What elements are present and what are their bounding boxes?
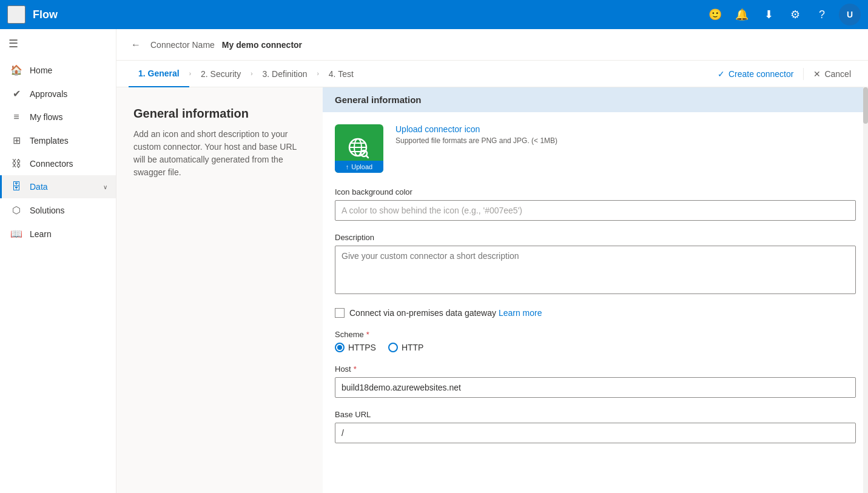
gateway-checkbox-label: Connect via on-premises data gateway Lea…	[349, 308, 542, 318]
btn-separator	[803, 68, 804, 80]
cancel-button[interactable]: ✕ Cancel	[809, 67, 856, 81]
hamburger-icon: ☰	[8, 37, 18, 50]
sidebar-item-templates[interactable]: ⊞ Templates	[0, 129, 116, 152]
tab-security[interactable]: 2. Security	[191, 61, 251, 87]
scheme-http-label: HTTP	[402, 343, 424, 352]
cancel-x-icon: ✕	[813, 69, 821, 79]
host-input[interactable]	[335, 377, 856, 398]
tab-definition-label: 3. Definition	[263, 69, 308, 79]
tab-security-label: 2. Security	[201, 69, 241, 79]
templates-icon: ⊞	[10, 135, 22, 146]
sidebar-label-learn: Learn	[30, 229, 52, 239]
sidebar-label-data: Data	[30, 182, 48, 192]
upload-arrow-icon: ↑	[346, 163, 349, 170]
tab-test[interactable]: 4. Test	[319, 61, 363, 87]
sidebar-label-approvals: Approvals	[30, 89, 67, 99]
data-icon: 🗄	[10, 181, 22, 192]
topbar-left: Flow	[7, 5, 58, 24]
connector-header: ← Connector Name My demo connector	[116, 29, 868, 61]
sidebar-label-solutions: Solutions	[30, 206, 65, 215]
back-icon: ←	[131, 39, 141, 50]
scheme-http-option[interactable]: HTTP	[388, 343, 424, 352]
tab-general[interactable]: 1. General	[129, 61, 189, 87]
bell-icon[interactable]: 🔔	[730, 2, 754, 27]
scheme-required-star: *	[366, 330, 369, 339]
tab-definition[interactable]: 3. Definition	[253, 61, 317, 87]
connector-name-value: My demo connector	[222, 40, 302, 50]
topbar-icons: 🙂 🔔 ⬇ ⚙ ? U	[703, 2, 861, 27]
sidebar-item-solutions[interactable]: ⬡ Solutions	[0, 198, 116, 222]
general-info-header: General information	[323, 87, 868, 112]
description-textarea[interactable]	[335, 246, 856, 294]
sidebar-item-data[interactable]: 🗄 Data ∨	[0, 175, 116, 198]
main-content: General information Add an icon and shor…	[116, 87, 868, 493]
back-button[interactable]: ←	[129, 37, 143, 53]
base-url-group: Base URL	[335, 410, 856, 443]
left-panel: General information Add an icon and shor…	[116, 87, 323, 493]
sidebar-collapse-button[interactable]: ☰	[0, 29, 116, 58]
base-url-input[interactable]	[335, 423, 856, 443]
upload-button[interactable]: ↑ Upload	[335, 161, 383, 173]
connectors-icon: ⛓	[10, 158, 22, 169]
scheme-https-option[interactable]: HTTPS	[335, 343, 376, 352]
sidebar-label-my-flows: My flows	[30, 112, 62, 122]
scheme-https-radio[interactable]	[335, 343, 345, 352]
topbar: Flow 🙂 🔔 ⬇ ⚙ ? U	[0, 0, 868, 29]
app-title: Flow	[33, 8, 58, 21]
scheme-options: HTTPS HTTP	[335, 343, 856, 352]
icon-background-color-label: Icon background color	[335, 187, 856, 196]
panel-description: Add an icon and short description to you…	[133, 128, 306, 179]
host-required-star: *	[354, 364, 357, 374]
create-connector-button[interactable]: ✓ Create connector	[713, 67, 798, 81]
scrollbar[interactable]	[863, 87, 868, 493]
flows-icon: ≡	[10, 112, 22, 122]
upload-connector-icon-link[interactable]: Upload connector icon	[395, 124, 557, 134]
host-group: Host *	[335, 364, 856, 398]
sidebar-item-home[interactable]: 🏠 Home	[0, 58, 116, 82]
panel-title: General information	[133, 107, 306, 121]
icon-background-color-input[interactable]	[335, 200, 856, 221]
checkmark-icon: ✓	[718, 69, 725, 79]
scroll-thumb[interactable]	[863, 87, 868, 124]
gateway-checkbox[interactable]	[335, 308, 345, 318]
topbar-inner: Flow 🙂 🔔 ⬇ ⚙ ? U	[7, 2, 861, 27]
icon-upload-info: Upload connector icon Supported file for…	[395, 124, 557, 145]
scheme-label: Scheme *	[335, 330, 856, 339]
scheme-group: Scheme * HTTPS HTTP	[335, 330, 856, 352]
connector-svg-icon	[345, 134, 374, 163]
description-group: Description	[335, 233, 856, 296]
outer-container: General information	[323, 87, 868, 493]
settings-icon[interactable]: ⚙	[783, 2, 807, 27]
sidebar: ☰ 🏠 Home ✔ Approvals ≡ My flows ⊞ Templa…	[0, 29, 116, 493]
help-icon[interactable]: ?	[810, 2, 834, 27]
download-icon[interactable]: ⬇	[756, 2, 781, 27]
approvals-icon: ✔	[10, 88, 22, 99]
learn-more-link[interactable]: Learn more	[499, 308, 542, 318]
svg-line-6	[366, 156, 369, 158]
sidebar-label-connectors: Connectors	[30, 159, 73, 169]
upload-label: Upload	[351, 163, 372, 170]
description-label: Description	[335, 233, 856, 242]
gateway-checkbox-row: Connect via on-premises data gateway Lea…	[335, 308, 856, 318]
sidebar-label-templates: Templates	[30, 136, 69, 146]
host-label: Host *	[335, 364, 856, 374]
app-body: ☰ 🏠 Home ✔ Approvals ≡ My flows ⊞ Templa…	[0, 29, 868, 493]
tabs-bar: 1. General › 2. Security › 3. Definition…	[116, 61, 868, 87]
upload-formats-text: Supported file formats are PNG and JPG. …	[395, 136, 557, 145]
solutions-icon: ⬡	[10, 204, 22, 216]
smiley-icon[interactable]: 🙂	[703, 2, 727, 27]
right-panel: General information	[323, 87, 868, 493]
sidebar-item-learn[interactable]: 📖 Learn	[0, 222, 116, 246]
sidebar-item-my-flows[interactable]: ≡ My flows	[0, 106, 116, 129]
sidebar-item-connectors[interactable]: ⛓ Connectors	[0, 152, 116, 175]
app-grid-button[interactable]	[7, 5, 25, 24]
data-chevron-icon: ∨	[103, 184, 107, 190]
sidebar-item-approvals[interactable]: ✔ Approvals	[0, 82, 116, 106]
avatar-initials: U	[847, 10, 853, 19]
tab-general-label: 1. General	[138, 69, 180, 78]
avatar[interactable]: U	[839, 4, 861, 25]
icon-background-color-group: Icon background color	[335, 187, 856, 221]
icon-section: ↑ Upload Upload connector icon Supported…	[335, 124, 856, 173]
sidebar-label-home: Home	[30, 65, 52, 75]
scheme-http-radio[interactable]	[388, 343, 398, 352]
